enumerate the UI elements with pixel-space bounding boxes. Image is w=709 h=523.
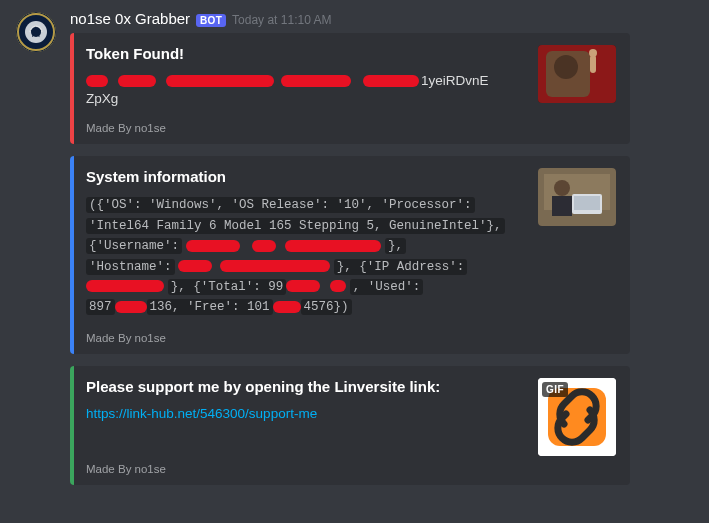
code-line: , 'Used': — [350, 279, 424, 295]
timestamp: Today at 11:10 AM — [232, 13, 331, 27]
bot-tag: BOT — [196, 14, 226, 27]
embed-description: https://link-hub.net/546300/support-me — [86, 405, 522, 423]
svg-rect-8 — [590, 55, 596, 73]
embed-description: 1yeiRDvnE ZpXg — [86, 72, 522, 108]
embed-footer: Made By no1se — [86, 463, 522, 475]
code-line: 'Intel64 Family 6 Model 165 Stepping 5, … — [86, 218, 505, 234]
code-line: 4576}) — [301, 299, 352, 315]
svg-point-3 — [31, 27, 41, 37]
code-line: }, — [385, 238, 406, 254]
embed-token-found: Token Found! 1yeiRDvnE ZpXg Made By no1s… — [70, 33, 630, 144]
token-fragment: 1yeiRDvnE — [421, 73, 489, 88]
embed-system-info: System information ({'OS': 'Windows', 'O… — [70, 156, 630, 353]
embed-support: Please support me by opening the Linvers… — [70, 366, 630, 485]
svg-point-9 — [589, 49, 597, 57]
embed-title: System information — [86, 168, 522, 185]
code-line: 897 — [86, 299, 115, 315]
support-link[interactable]: https://link-hub.net/546300/support-me — [86, 406, 317, 421]
embed-thumbnail[interactable] — [538, 168, 616, 226]
svg-point-7 — [554, 55, 578, 79]
message-content: no1se 0x Grabber BOT Today at 11:10 AM T… — [70, 10, 693, 497]
code-line: }, {'Total': 99 — [168, 279, 287, 295]
svg-rect-13 — [574, 196, 600, 210]
user-avatar[interactable] — [16, 12, 56, 52]
svg-point-14 — [554, 180, 570, 196]
embed-description: ({'OS': 'Windows', 'OS Release': '10', '… — [86, 195, 522, 317]
embed-thumbnail[interactable]: GIF — [538, 378, 616, 456]
code-line: 'Hostname': — [86, 259, 175, 275]
token-fragment-2: ZpXg — [86, 91, 118, 106]
message: no1se 0x Grabber BOT Today at 11:10 AM T… — [0, 0, 709, 497]
embed-footer: Made By no1se — [86, 332, 522, 344]
embed-title: Please support me by opening the Linvers… — [86, 378, 522, 395]
code-line: {'Username': — [86, 238, 182, 254]
code-line: ({'OS': 'Windows', 'OS Release': '10', '… — [86, 197, 475, 213]
code-line: 136, 'Free': 101 — [147, 299, 273, 315]
embed-footer: Made By no1se — [86, 122, 522, 134]
embed-title: Token Found! — [86, 45, 522, 62]
message-header: no1se 0x Grabber BOT Today at 11:10 AM — [70, 10, 693, 27]
embed-thumbnail[interactable] — [538, 45, 616, 103]
gif-badge: GIF — [542, 382, 568, 397]
username[interactable]: no1se 0x Grabber — [70, 10, 190, 27]
code-line: }, {'IP Address': — [334, 259, 468, 275]
svg-rect-15 — [552, 196, 572, 216]
